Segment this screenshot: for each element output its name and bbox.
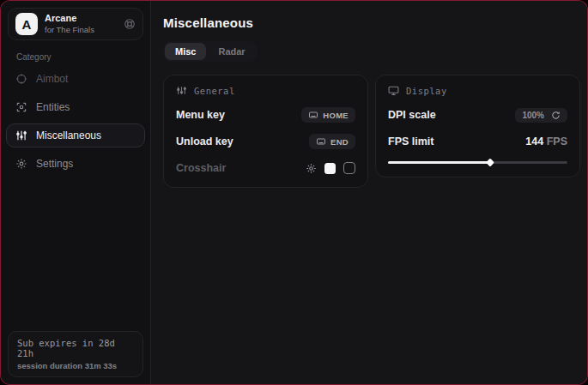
page-title: Miscellaneous [163, 15, 580, 30]
app-header-card: A Arcane for The Finals [8, 8, 143, 40]
sidebar-item-label: Miscellaneous [36, 129, 101, 141]
menu-key-row: Menu key HOME [176, 107, 355, 123]
menu-key-value: HOME [323, 111, 349, 120]
fps-limit-label: FPS limit [388, 135, 433, 147]
dpi-scale-row: DPI scale 100% [388, 107, 567, 123]
app-name: Arcane [45, 13, 117, 25]
gear-icon [15, 158, 27, 170]
fps-limit-value: 144 [525, 135, 543, 147]
sidebar-item-label: Settings [36, 158, 73, 170]
fps-limit-slider[interactable] [388, 159, 567, 165]
dpi-scale-control[interactable]: 100% [515, 108, 567, 123]
crosshair-icon [15, 73, 27, 85]
subscription-card: Sub expires in 28d 21h session duration … [8, 331, 143, 377]
unload-key-bind-button[interactable]: END [309, 134, 355, 149]
lifebuoy-icon[interactable] [124, 18, 136, 30]
refresh-icon[interactable] [551, 111, 561, 120]
crosshair-row: Crosshair [176, 160, 355, 176]
entities-icon [15, 101, 27, 113]
fps-limit-unit: FPS [547, 135, 567, 147]
menu-key-bind-button[interactable]: HOME [301, 107, 355, 123]
slider-thumb[interactable] [486, 158, 494, 166]
unload-key-label: Unload key [176, 135, 233, 147]
cards-row: General Menu key HOME Unload key [163, 75, 580, 188]
sidebar-item-miscellaneous[interactable]: Miscellaneous [6, 123, 145, 147]
sidebar-item-label: Aimbot [36, 73, 68, 85]
app-subtitle: for The Finals [45, 25, 117, 35]
dpi-scale-value: 100% [522, 111, 544, 120]
general-card: General Menu key HOME Unload key [163, 75, 368, 188]
sidebar: A Arcane for The Finals Category [1, 1, 151, 384]
main-content: Miscellaneous Misc Radar General [151, 1, 588, 384]
sidebar-item-settings[interactable]: Settings [6, 152, 145, 176]
sidebar-item-aimbot[interactable]: Aimbot [6, 67, 145, 91]
menu-key-label: Menu key [176, 109, 225, 121]
monitor-icon [388, 85, 399, 96]
sidebar-nav: Aimbot Entities Miscella [1, 67, 150, 176]
keyboard-icon [316, 136, 326, 147]
card-title: General [194, 86, 235, 96]
dpi-scale-label: DPI scale [388, 109, 436, 121]
sub-expires-text: Sub expires in 28d 21h [17, 338, 134, 358]
display-card: Display DPI scale 100% FPS limit [375, 75, 580, 177]
tab-misc[interactable]: Misc [165, 43, 206, 60]
session-duration-text: session duration 31m 33s [17, 361, 134, 370]
crosshair-label: Crosshair [176, 162, 226, 174]
crosshair-toggle-checkbox[interactable] [343, 162, 355, 174]
category-label: Category [16, 52, 150, 62]
crosshair-color-swatch[interactable] [324, 163, 336, 174]
sliders-icon [15, 129, 27, 141]
unload-key-value: END [330, 137, 349, 147]
unload-key-row: Unload key END [176, 134, 355, 149]
sliders-icon [176, 85, 187, 96]
slider-fill [388, 161, 490, 164]
tab-bar: Misc Radar [163, 41, 258, 62]
app-logo: A [15, 13, 38, 35]
card-title: Display [406, 86, 447, 96]
tab-radar[interactable]: Radar [208, 43, 255, 60]
sidebar-item-entities[interactable]: Entities [6, 95, 145, 119]
fps-limit-row: FPS limit 144 FPS [388, 134, 567, 149]
sidebar-item-label: Entities [36, 101, 70, 113]
crosshair-settings-gear-icon[interactable] [306, 163, 317, 174]
app-window: A Arcane for The Finals Category [0, 0, 588, 385]
keyboard-icon [308, 110, 318, 120]
